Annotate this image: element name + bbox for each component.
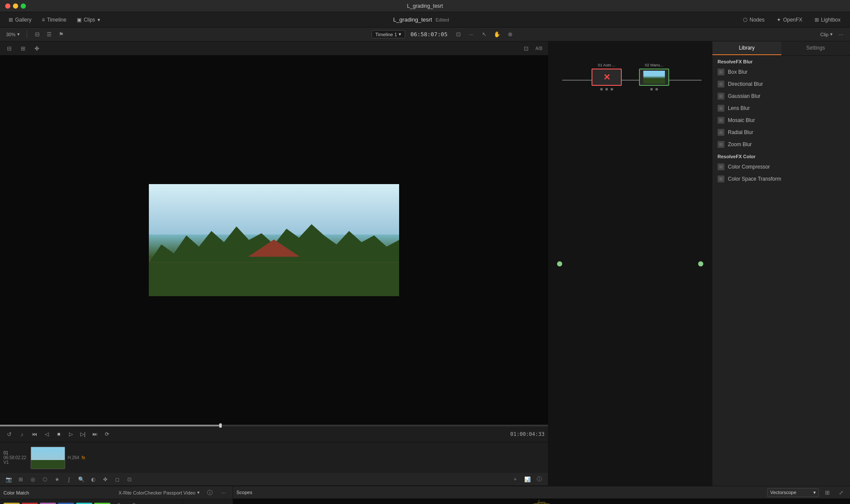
project-title: L_grading_tesrt: [393, 16, 432, 23]
nav-center: L_grading_tesrt Edited: [106, 16, 737, 23]
play-button[interactable]: ▷: [66, 429, 76, 439]
node-canvas: 01 Auto ... ✕ 02 Manu...: [548, 41, 712, 486]
resize-button[interactable]: ⊡: [124, 475, 135, 484]
gaussian-blur-icon: ⊟: [718, 93, 724, 100]
fit-frame-button[interactable]: ⊡: [453, 29, 464, 40]
info-button[interactable]: ⓘ: [534, 475, 545, 484]
scope-type-selector[interactable]: Vectorscope ▾: [767, 488, 819, 497]
timeline-scrubber[interactable]: [0, 425, 548, 426]
maximize-button[interactable]: [21, 3, 26, 9]
library-tab[interactable]: Library: [712, 41, 781, 55]
fx-directional-blur[interactable]: ⊟ Directional Blur: [712, 78, 850, 90]
nodes-button[interactable]: ⬡ Nodes: [738, 15, 770, 25]
qualifier-button[interactable]: ◐: [88, 475, 98, 484]
clip-strip: 01 06:58:02:22 V1 H.264 fx: [0, 442, 548, 473]
selector-chevron: ▾: [197, 490, 200, 495]
scopes-header: Scopes Vectorscope ▾ ⊞ ⤢: [233, 486, 850, 499]
flag-button[interactable]: ⚑: [56, 29, 67, 40]
viewer-settings-button[interactable]: ⊟: [3, 43, 15, 54]
openfx-button[interactable]: ✦ OpenFX: [771, 15, 808, 25]
add-node-button[interactable]: +: [510, 475, 520, 484]
nav-right: ⬡ Nodes ✦ OpenFX ⊞ Lightbox: [738, 15, 846, 25]
timeline-button[interactable]: ≡ Timeline: [38, 15, 71, 25]
safe-area-button[interactable]: ⊡: [520, 43, 532, 54]
grid-tool-button[interactable]: ⊞: [16, 475, 26, 484]
node-2[interactable]: 02 Manu...: [639, 63, 669, 91]
clip-more-button[interactable]: ···: [835, 29, 847, 40]
repeat-button[interactable]: ⟳: [102, 429, 112, 439]
connector-dot-1: [600, 88, 603, 91]
nodes-icon: ⬡: [743, 17, 747, 23]
color-match-info-button[interactable]: ⓘ: [204, 487, 215, 498]
radial-blur-icon: ⊟: [718, 129, 724, 136]
circle-tool-button[interactable]: ◎: [28, 475, 38, 484]
clip-info: 01 06:58:02:22 V1: [3, 451, 26, 465]
fx-radial-blur[interactable]: ⊟ Radial Blur: [712, 126, 850, 138]
fx-lens-blur[interactable]: ⊟ Lens Blur: [712, 102, 850, 114]
step-back-button[interactable]: ◁: [41, 429, 52, 439]
clips-button[interactable]: ▣ Clips ▾: [72, 15, 104, 25]
playback-controls: ↺ ♪ ⏮ ◁ ■ ▷ ▷| ⏭ ⟳ 01:00:04:33: [0, 426, 548, 442]
transform-button[interactable]: ✤: [31, 43, 42, 54]
fx-mosaic-blur[interactable]: ⊟ Mosaic Blur: [712, 114, 850, 126]
hand-button[interactable]: ✋: [491, 29, 503, 40]
progress-handle[interactable]: [219, 423, 222, 428]
audio-button[interactable]: ♪: [16, 429, 28, 440]
node-1[interactable]: 01 Auto ... ✕: [592, 63, 622, 91]
crop-button[interactable]: ⊗: [504, 29, 516, 40]
go-start-button[interactable]: ⏮: [29, 429, 40, 439]
zoom-chevron: ▾: [17, 31, 20, 37]
step-forward-button[interactable]: ▷|: [78, 429, 88, 439]
scope-expand-button[interactable]: ⤢: [835, 487, 847, 498]
color-checker-selector[interactable]: X-Rite ColorChecker Passport Video ▾: [119, 490, 200, 495]
node-2-thumb[interactable]: [639, 69, 669, 86]
openfx-icon: ✦: [777, 17, 781, 23]
loop-button[interactable]: ↺: [3, 429, 15, 440]
minimize-button[interactable]: [13, 3, 18, 9]
cursor-button[interactable]: ↖: [479, 29, 490, 40]
color-match-settings: Source Gamma Rec.709 ▾ Target Gamma Rec.…: [114, 499, 183, 504]
color-match-header: Color Match X-Rite ColorChecker Passport…: [0, 486, 233, 499]
chart-button[interactable]: 📊: [522, 475, 532, 484]
curve-tool-button[interactable]: ∫: [64, 475, 74, 484]
stop-button[interactable]: ■: [54, 429, 64, 439]
directional-blur-icon: ⊟: [718, 81, 724, 88]
fx-box-blur[interactable]: ⊟ Box Blur: [712, 66, 850, 78]
viewer-grid-button[interactable]: ⊞: [17, 43, 28, 54]
camera-button[interactable]: 📷: [3, 475, 14, 484]
svg-text:-I: -I: [538, 499, 540, 503]
node-1-thumb[interactable]: ✕: [592, 69, 622, 86]
close-button[interactable]: [5, 3, 10, 9]
list-view-button[interactable]: ☰: [44, 29, 55, 40]
zoom-blur-icon: ⊟: [718, 141, 724, 148]
edited-badge: Edited: [435, 17, 449, 22]
lightbox-button[interactable]: ⊞ Lightbox: [809, 15, 846, 25]
blur-tool-button[interactable]: ◻: [112, 475, 123, 484]
node-connections-svg: [548, 41, 712, 486]
scope-grid-button[interactable]: ⊞: [822, 487, 833, 498]
node-input: [557, 261, 562, 266]
tracker-button[interactable]: ✤: [100, 475, 110, 484]
grid-view-button[interactable]: ⊟: [31, 29, 43, 40]
go-end-button[interactable]: ⏭: [90, 429, 100, 439]
zoom-control[interactable]: 30% ▾: [3, 31, 22, 38]
more-options-button[interactable]: ···: [466, 29, 477, 40]
settings-tab[interactable]: Settings: [781, 41, 850, 55]
timeline-selector[interactable]: Timeline 1 ▾: [371, 30, 405, 38]
star-tool-button[interactable]: ★: [52, 475, 62, 484]
window-controls: [5, 3, 26, 9]
fx-zoom-blur[interactable]: ⊟ Zoom Blur: [712, 138, 850, 150]
fx-color-space-transform[interactable]: ⊟ Color Space Transform: [712, 173, 850, 185]
clip-thumbnail[interactable]: [31, 447, 65, 469]
fx-gaussian-blur[interactable]: ⊟ Gaussian Blur: [712, 90, 850, 102]
color-match-more-button[interactable]: ···: [218, 487, 229, 498]
fx-color-compressor[interactable]: ⊟ Color Compressor: [712, 161, 850, 173]
gallery-icon: ⊞: [9, 17, 13, 23]
node-tool-button[interactable]: ⬡: [40, 475, 50, 484]
eyedropper-button[interactable]: 🔍: [76, 475, 86, 484]
ab-compare-button[interactable]: A/B: [533, 43, 545, 54]
gallery-button[interactable]: ⊞ Gallery: [4, 15, 36, 25]
clip-fx-label: fx: [82, 455, 85, 460]
connector-dot-2: [605, 88, 608, 91]
clip-selector[interactable]: Clip ▾: [820, 31, 833, 37]
